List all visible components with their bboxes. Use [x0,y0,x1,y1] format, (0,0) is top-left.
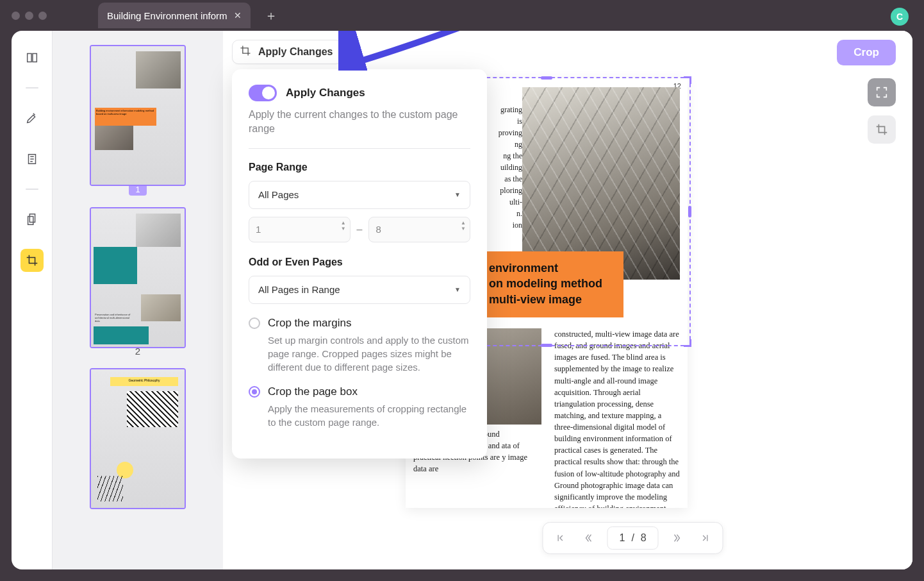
close-icon[interactable]: ✕ [234,10,242,21]
crop-icon [239,44,252,60]
apply-changes-chip[interactable]: Apply Changes [232,40,342,64]
input-value: 8 [375,224,381,235]
stepper-icon[interactable]: ▲▼ [341,220,346,232]
thumbnail-overlay: Geometric Philosophy [110,377,178,386]
apply-changes-popover: Apply Changes Apply the current changes … [232,69,487,459]
current-page: 1 [619,532,625,544]
tab-title: Building Environment inform [107,10,227,21]
select-value: All Pages [258,189,299,200]
odd-even-heading: Odd or Even Pages [249,257,470,268]
page-range-select[interactable]: All Pages ▼ [249,181,470,209]
next-page-button[interactable] [664,526,691,550]
tool-rail [12,31,53,569]
canvas-area: Apply Changes Crop 12 gratingis provingn… [223,31,912,569]
thumbnail-panel[interactable]: Building environment information modelin… [53,31,223,569]
first-page-button[interactable] [547,526,573,550]
window-controls[interactable] [12,12,47,20]
total-pages: 8 [641,532,647,544]
close-dot[interactable] [12,12,20,20]
thumbnail-overlay: Preservation and inheritance of architec… [95,313,132,323]
odd-even-select[interactable]: All Pages in Range ▼ [249,276,470,304]
form-icon[interactable] [21,147,44,171]
input-value: 1 [256,224,261,235]
rail-separator [26,189,38,190]
pages-icon[interactable] [21,208,44,231]
popover-description: Apply the current changes to the custom … [249,108,470,137]
radio-icon [249,317,260,329]
prev-page-button[interactable] [575,526,602,550]
fit-screen-button[interactable] [868,78,896,106]
stepper-icon[interactable]: ▲▼ [461,220,466,232]
divider [249,148,470,149]
reset-crop-button[interactable] [868,115,896,144]
active-indicator [23,258,27,262]
new-tab-button[interactable]: ＋ [262,6,280,24]
apply-changes-toggle[interactable] [249,85,277,101]
radio-icon [249,386,260,398]
maximize-dot[interactable] [38,12,47,20]
thumbnail-overlay: Building environment information modelin… [95,108,156,126]
page-navigator: 1 / 8 [542,522,723,554]
page-separator: / [631,532,634,544]
thumbnail-page-3[interactable]: Geometric Philosophy [90,368,186,509]
page-body-right: constructed, multi-view image data are f… [554,328,680,508]
popover-title: Apply Changes [286,87,365,99]
crop-button[interactable]: Crop [837,40,896,65]
range-to-input[interactable]: 8 ▲▼ [368,217,470,242]
document-tab[interactable]: Building Environment inform ✕ [98,3,251,28]
radio-crop-margins[interactable]: Crop the margins [249,317,470,330]
thumbnail-page-2[interactable]: Preservation and inheritance of architec… [90,207,186,348]
select-value: All Pages in Range [258,284,340,295]
apply-changes-label: Apply Changes [258,46,333,58]
range-from-input[interactable]: 1 ▲▼ [249,217,351,242]
highlighter-icon[interactable] [21,106,44,130]
range-separator: – [357,224,363,235]
radio-label: Crop the page box [268,385,358,398]
thumbnail-page-1[interactable]: Building environment information modelin… [90,45,186,186]
chevron-down-icon: ▼ [454,286,461,293]
rail-separator [26,87,38,88]
chevron-down-icon: ▼ [454,191,461,198]
page-range-heading: Page Range [249,162,470,173]
page-indicator[interactable]: 1 / 8 [607,526,658,550]
radio-label: Crop the margins [268,317,351,330]
avatar[interactable]: C [891,8,909,26]
radio-description: Set up margin controls and apply to the … [249,333,470,374]
minimize-dot[interactable] [25,12,33,20]
radio-description: Apply the measurements of cropping recta… [249,402,470,429]
radio-crop-page-box[interactable]: Crop the page box [249,385,470,398]
hero-image [522,87,680,280]
reader-icon[interactable] [21,46,44,69]
last-page-button[interactable] [692,526,719,550]
annotation-arrow [338,31,505,71]
